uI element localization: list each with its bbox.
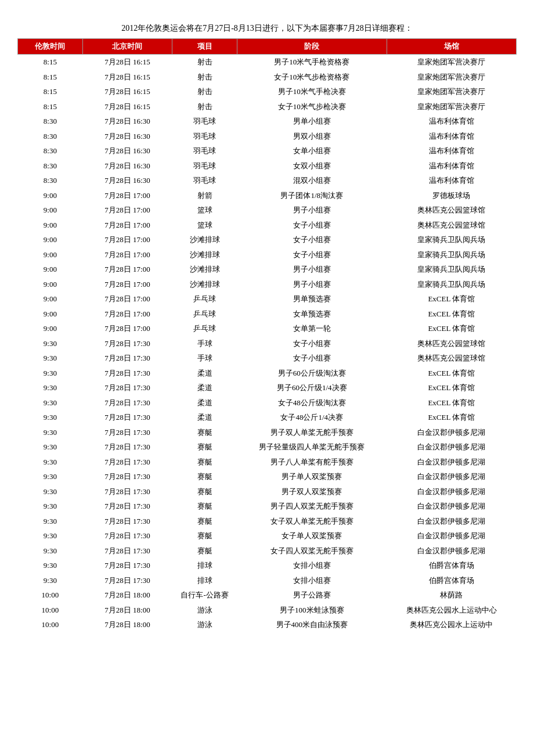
cell-event: 乒乓球 bbox=[172, 321, 237, 336]
cell-london-time: 9:30 bbox=[18, 514, 83, 529]
cell-london-time: 9:30 bbox=[18, 573, 83, 588]
cell-beijing-time: 7月28日 17:30 bbox=[82, 336, 172, 351]
cell-event: 沙滩排球 bbox=[172, 232, 237, 247]
cell-stage: 女子48公斤级淘汰赛 bbox=[237, 395, 387, 411]
cell-beijing-time: 7月28日 17:30 bbox=[82, 558, 172, 573]
cell-beijing-time: 7月28日 18:00 bbox=[82, 603, 172, 618]
cell-london-time: 10:00 bbox=[18, 588, 83, 603]
cell-beijing-time: 7月28日 16:15 bbox=[82, 55, 172, 70]
cell-london-time: 8:30 bbox=[18, 143, 83, 159]
cell-beijing-time: 7月28日 16:30 bbox=[82, 143, 172, 159]
cell-event: 赛艇 bbox=[172, 499, 237, 514]
table-row: 9:007月28日 17:00篮球男子小组赛奥林匹克公园篮球馆 bbox=[18, 203, 517, 218]
cell-stage: 女单小组赛 bbox=[237, 143, 387, 159]
cell-london-time: 9:00 bbox=[18, 262, 83, 277]
cell-beijing-time: 7月28日 17:00 bbox=[82, 203, 172, 218]
table-row: 9:007月28日 17:00乒乓球女单第一轮ExCEL 体育馆 bbox=[18, 321, 517, 336]
cell-beijing-time: 7月28日 17:30 bbox=[82, 395, 172, 411]
table-row: 9:307月28日 17:30赛艇男子四人双桨无舵手预赛白金汉郡伊顿多尼湖 bbox=[18, 499, 517, 514]
cell-stage: 女子小组赛 bbox=[237, 218, 387, 233]
cell-beijing-time: 7月28日 17:30 bbox=[82, 528, 172, 543]
cell-london-time: 9:00 bbox=[18, 307, 83, 322]
table-header: 伦敦时间 北京时间 项目 阶段 场馆 bbox=[18, 39, 517, 55]
cell-venue: 白金汉郡伊顿多尼湖 bbox=[387, 484, 516, 499]
cell-stage: 女子48公斤1/4决赛 bbox=[237, 410, 387, 425]
cell-stage: 男子10米气手枪决赛 bbox=[237, 84, 387, 99]
cell-venue: 奥林匹克公园篮球馆 bbox=[387, 218, 516, 233]
cell-london-time: 9:00 bbox=[18, 247, 83, 262]
table-row: 9:307月28日 17:30赛艇男子八人单桨有舵手预赛白金汉郡伊顿多尼湖 bbox=[18, 455, 517, 470]
cell-event: 柔道 bbox=[172, 410, 237, 425]
table-row: 8:307月28日 16:30羽毛球女双小组赛温布利体育馆 bbox=[18, 159, 517, 174]
cell-venue: 皇家骑兵卫队阅兵场 bbox=[387, 277, 516, 292]
table-row: 9:007月28日 17:00沙滩排球女子小组赛皇家骑兵卫队阅兵场 bbox=[18, 247, 517, 262]
cell-venue: 温布利体育馆 bbox=[387, 159, 516, 174]
cell-event: 游泳 bbox=[172, 603, 237, 618]
cell-london-time: 9:30 bbox=[18, 543, 83, 559]
table-body: 8:157月28日 16:15射击男子10米气手枪资格赛皇家炮团军营决赛厅8:1… bbox=[18, 55, 517, 632]
cell-london-time: 9:30 bbox=[18, 366, 83, 381]
cell-venue: 奥林匹克公园篮球馆 bbox=[387, 203, 516, 218]
cell-venue: 奥林匹克公园篮球馆 bbox=[387, 336, 516, 351]
cell-venue: 白金汉郡伊顿多尼湖 bbox=[387, 440, 516, 455]
cell-venue: 温布利体育馆 bbox=[387, 143, 516, 159]
table-row: 9:307月28日 17:30赛艇女子双人单桨无舵手预赛白金汉郡伊顿多尼湖 bbox=[18, 514, 517, 529]
cell-event: 射击 bbox=[172, 55, 237, 70]
cell-stage: 男单预选赛 bbox=[237, 291, 387, 307]
cell-event: 射击 bbox=[172, 84, 237, 99]
cell-stage: 男子公路赛 bbox=[237, 588, 387, 603]
cell-event: 柔道 bbox=[172, 366, 237, 381]
cell-london-time: 8:30 bbox=[18, 129, 83, 144]
cell-beijing-time: 7月28日 17:00 bbox=[82, 321, 172, 336]
cell-stage: 男子小组赛 bbox=[237, 277, 387, 292]
cell-london-time: 10:00 bbox=[18, 617, 83, 632]
cell-venue: ExCEL 体育馆 bbox=[387, 366, 516, 381]
cell-event: 沙滩排球 bbox=[172, 277, 237, 292]
cell-event: 篮球 bbox=[172, 218, 237, 233]
schedule-table: 伦敦时间 北京时间 项目 阶段 场馆 8:157月28日 16:15射击男子10… bbox=[17, 38, 517, 632]
cell-venue: 皇家炮团军营决赛厅 bbox=[387, 99, 516, 114]
cell-venue: 白金汉郡伊顿多尼湖 bbox=[387, 425, 516, 440]
cell-venue: 温布利体育馆 bbox=[387, 173, 516, 188]
table-row: 9:307月28日 17:30柔道女子48公斤级淘汰赛ExCEL 体育馆 bbox=[18, 395, 517, 411]
cell-london-time: 8:15 bbox=[18, 84, 83, 99]
cell-event: 射击 bbox=[172, 99, 237, 114]
cell-event: 赛艇 bbox=[172, 425, 237, 440]
cell-beijing-time: 7月28日 18:00 bbox=[82, 588, 172, 603]
cell-beijing-time: 7月28日 17:00 bbox=[82, 232, 172, 247]
cell-venue: ExCEL 体育馆 bbox=[387, 321, 516, 336]
cell-venue: 皇家炮团军营决赛厅 bbox=[387, 70, 516, 85]
cell-stage: 女子小组赛 bbox=[237, 247, 387, 262]
cell-event: 赛艇 bbox=[172, 528, 237, 543]
cell-venue: 罗德板球场 bbox=[387, 188, 516, 203]
cell-event: 羽毛球 bbox=[172, 173, 237, 188]
table-row: 10:007月28日 18:00自行车-公路赛男子公路赛林荫路 bbox=[18, 588, 517, 603]
cell-event: 柔道 bbox=[172, 395, 237, 411]
cell-beijing-time: 7月28日 17:30 bbox=[82, 455, 172, 470]
cell-venue: 奥林匹克公园篮球馆 bbox=[387, 351, 516, 366]
cell-stage: 混双小组赛 bbox=[237, 173, 387, 188]
cell-stage: 男子四人双桨无舵手预赛 bbox=[237, 499, 387, 514]
cell-event: 沙滩排球 bbox=[172, 262, 237, 277]
table-row: 10:007月28日 18:00游泳男子400米自由泳预赛奥林匹克公园水上运动中 bbox=[18, 617, 517, 632]
cell-london-time: 9:00 bbox=[18, 321, 83, 336]
cell-stage: 男单小组赛 bbox=[237, 114, 387, 129]
table-row: 8:157月28日 16:15射击男子10米气手枪决赛皇家炮团军营决赛厅 bbox=[18, 84, 517, 99]
table-row: 9:007月28日 17:00篮球女子小组赛奥林匹克公园篮球馆 bbox=[18, 218, 517, 233]
cell-beijing-time: 7月28日 17:00 bbox=[82, 277, 172, 292]
cell-beijing-time: 7月28日 17:30 bbox=[82, 543, 172, 559]
cell-stage: 女子小组赛 bbox=[237, 351, 387, 366]
cell-stage: 女子单人双桨预赛 bbox=[237, 528, 387, 543]
cell-venue: 白金汉郡伊顿多尼湖 bbox=[387, 469, 516, 484]
table-row: 9:307月28日 17:30手球女子小组赛奥林匹克公园篮球馆 bbox=[18, 351, 517, 366]
cell-beijing-time: 7月28日 16:15 bbox=[82, 70, 172, 85]
cell-venue: ExCEL 体育馆 bbox=[387, 291, 516, 307]
table-row: 9:007月28日 17:00射箭男子团体1/8淘汰赛罗德板球场 bbox=[18, 188, 517, 203]
cell-beijing-time: 7月28日 17:30 bbox=[82, 499, 172, 514]
table-row: 9:307月28日 17:30赛艇男子单人双桨预赛白金汉郡伊顿多尼湖 bbox=[18, 469, 517, 484]
cell-london-time: 8:30 bbox=[18, 114, 83, 129]
cell-stage: 男子100米蛙泳预赛 bbox=[237, 603, 387, 618]
table-row: 10:007月28日 18:00游泳男子100米蛙泳预赛奥林匹克公园水上运动中心 bbox=[18, 603, 517, 618]
cell-stage: 女子小组赛 bbox=[237, 336, 387, 351]
cell-beijing-time: 7月28日 17:30 bbox=[82, 366, 172, 381]
